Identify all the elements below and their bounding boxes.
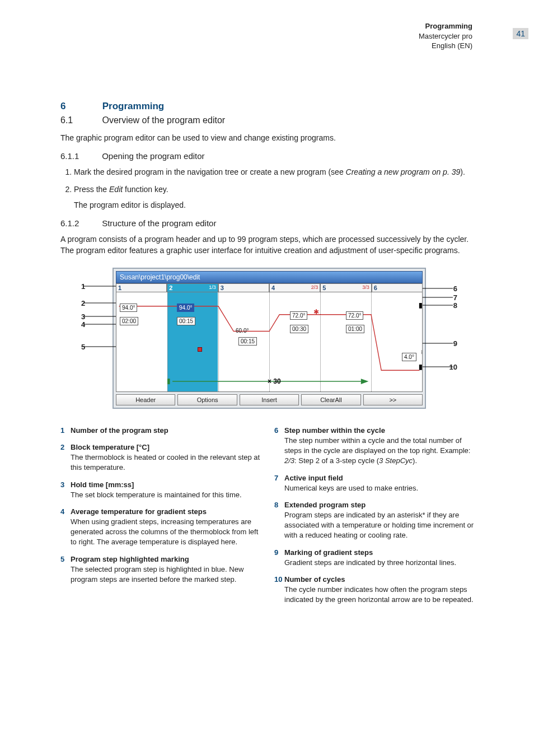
callout-4: 4 xyxy=(81,320,85,329)
step-1-header: 1 xyxy=(116,283,167,292)
legend-6-b: : Step 2 of a 3-step cycle ( xyxy=(294,456,379,465)
editor-diagram: 1 2 3 4 5 6 7 8 9 10 Susan\project1\prog… xyxy=(113,268,426,409)
step-4-frac: 2/3 xyxy=(311,284,318,290)
legend-item-7: 7Active input field Numerical keys are u… xyxy=(274,473,478,493)
step-marker-icon xyxy=(198,347,202,352)
step-4-header: 42/3 xyxy=(269,283,320,292)
legend-item-8: 8Extended program step Program steps are… xyxy=(274,500,478,541)
step-header-row: 1 21/3 3 42/3 53/3 6 xyxy=(116,283,423,292)
heading-6-1-2: 6.1.2 Structure of the program editor xyxy=(60,218,478,228)
step-1-ref: Creating a new program on p. 39 xyxy=(346,167,461,176)
temp-1: 94.0° xyxy=(120,304,137,312)
legend-1-title: Number of the program step xyxy=(71,426,168,435)
legend-5-title: Program step highlighted marking xyxy=(71,555,189,563)
legend-item-5: 5Program step highlighted marking The se… xyxy=(60,554,264,585)
legend-6-c: ). xyxy=(413,456,417,465)
callout-7: 7 xyxy=(453,293,457,302)
step-2-num: 2 xyxy=(169,284,172,291)
gradient-marker: ≡ xyxy=(421,351,423,354)
legend-right: 6Step number within the cycle The step n… xyxy=(274,426,478,612)
page-number: 41 xyxy=(513,28,528,39)
temp-6: 4.0° xyxy=(402,353,416,361)
callout-2: 2 xyxy=(81,299,85,307)
svg-marker-10 xyxy=(361,379,369,384)
editor-buttons: Header Options Insert ClearAll >> xyxy=(116,394,423,405)
legend-10-title: Number of cycles xyxy=(284,575,345,584)
step-1-num: 1 xyxy=(118,284,121,291)
legend-item-3: 3Hold time [mm:ss] The set block tempera… xyxy=(60,480,264,500)
procedure-list: Mark the desired program in the navigati… xyxy=(60,166,478,211)
temp-3: 60.0° xyxy=(234,327,250,334)
pause-marker-1: ▮▮ xyxy=(419,301,423,309)
legend-4-title: Average temperature for gradient steps xyxy=(71,507,207,516)
legend-3-title: Hold time [mm:ss] xyxy=(71,480,134,489)
hold-2: 00:15 xyxy=(177,317,195,325)
heading-6-1-2-num: 6.1.2 xyxy=(60,218,100,228)
insert-button[interactable]: Insert xyxy=(240,394,299,405)
editor-titlebar: Susan\project1\prog00\edit xyxy=(116,271,423,283)
step-2-post: function key. xyxy=(123,185,168,194)
header-button[interactable]: Header xyxy=(116,394,175,405)
legend-7-desc: Numerical keys are used to make entries. xyxy=(284,483,478,493)
legend-item-9: 9Marking of gradient steps Gradient step… xyxy=(274,548,478,568)
temp-5: 72.0° xyxy=(346,311,363,320)
legend-2-title: Block temperature [°C] xyxy=(71,443,149,451)
temp-2-selected: 94.0° xyxy=(177,304,194,312)
legend-item-10: 10Number of cycles The cycle number indi… xyxy=(274,575,478,605)
step-1-pre: Mark the desired program in the navigati… xyxy=(74,167,346,176)
callout-1: 1 xyxy=(81,282,85,291)
step-2-pre: Press the xyxy=(74,185,109,194)
legend-6-desc: The step number within a cycle and the t… xyxy=(284,436,478,466)
svg-rect-11 xyxy=(167,379,170,384)
legend-6-a: The step number within a cycle and the t… xyxy=(284,436,470,455)
legend-7-title: Active input field xyxy=(284,474,343,482)
more-button[interactable]: >> xyxy=(363,394,423,405)
options-button[interactable]: Options xyxy=(177,394,237,405)
legend-6-it1: 2/3 xyxy=(284,456,294,465)
legend-9-desc: Gradient steps are indicated by three ho… xyxy=(284,558,478,568)
running-header: Programming Mastercycler pro English (EN… xyxy=(419,21,472,51)
legend-9-title: Marking of gradient steps xyxy=(284,548,373,557)
temp-4: 72.0° xyxy=(290,311,307,320)
legend-item-6: 6Step number within the cycle The step n… xyxy=(274,426,478,466)
hold-4: 00:30 xyxy=(290,325,308,333)
legend-item-4: 4Average temperature for gradient steps … xyxy=(60,507,264,548)
step-4-num: 4 xyxy=(271,284,275,291)
step-3-header: 3 xyxy=(218,283,269,292)
step-3-num: 3 xyxy=(221,284,224,291)
callout-10: 10 xyxy=(449,363,457,371)
header-section: Programming xyxy=(419,21,472,31)
callout-3: 3 xyxy=(81,312,85,321)
intro-paragraph: The graphic program editor can be used t… xyxy=(60,132,478,143)
callout-6: 6 xyxy=(453,284,457,293)
cycle-count: × 30 xyxy=(268,377,281,385)
clearall-button[interactable]: ClearAll xyxy=(301,394,360,405)
heading-6-text: Programming xyxy=(102,101,165,111)
legend: 1Number of the program step 2Block tempe… xyxy=(60,426,478,612)
heading-6-1-text: Overview of the program editor xyxy=(102,115,225,125)
callout-9: 9 xyxy=(453,339,457,348)
legend-left: 1Number of the program step 2Block tempe… xyxy=(60,426,264,612)
heading-6: 6 Programming xyxy=(60,101,478,112)
heading-6-1-2-text: Structure of the program editor xyxy=(102,218,216,228)
header-lang: English (EN) xyxy=(419,41,472,51)
legend-10-desc: The cycle number indicates how often the… xyxy=(284,585,478,605)
legend-6-title: Step number within the cycle xyxy=(284,426,385,435)
legend-4-desc: When using gradient steps, increasing te… xyxy=(71,517,264,548)
editor-frame: Susan\project1\prog00\edit 1 21/3 3 42/3… xyxy=(113,268,426,409)
step-2: Press the Edit function key. The program… xyxy=(74,184,478,211)
heading-6-1-1: 6.1.1 Opening the program editor xyxy=(60,151,478,161)
heading-6-1-1-num: 6.1.1 xyxy=(60,151,100,161)
legend-item-1: 1Number of the program step xyxy=(60,426,264,436)
step-1-post: ). xyxy=(460,167,465,176)
pause-marker-2: ▮▮ xyxy=(419,363,423,371)
hold-5: 01:00 xyxy=(346,325,364,333)
step-6-header: 6 xyxy=(372,283,423,292)
heading-6-1: 6.1 Overview of the program editor xyxy=(60,115,478,125)
step-2-frac: 1/3 xyxy=(209,284,216,290)
editor-canvas: 94.0° 94.0° 60.0° 72.0° 72.0° 4.0° 02:00… xyxy=(116,292,423,392)
step-6-num: 6 xyxy=(374,284,377,291)
step-5-header: 53/3 xyxy=(320,283,371,292)
step-2-header: 21/3 xyxy=(167,283,218,292)
asterisk-icon: ✱ xyxy=(313,308,319,316)
